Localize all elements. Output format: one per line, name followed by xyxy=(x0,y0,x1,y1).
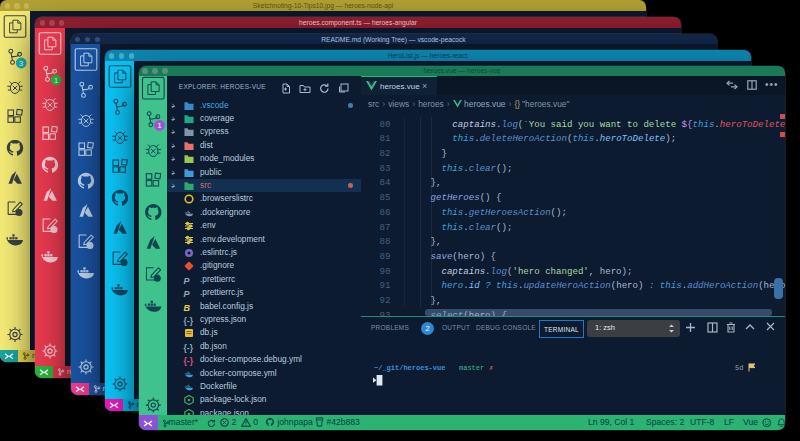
svg-text:3: 3 xyxy=(19,58,23,67)
svg-text:1: 1 xyxy=(157,121,161,130)
svg-text:1: 1 xyxy=(54,75,58,84)
